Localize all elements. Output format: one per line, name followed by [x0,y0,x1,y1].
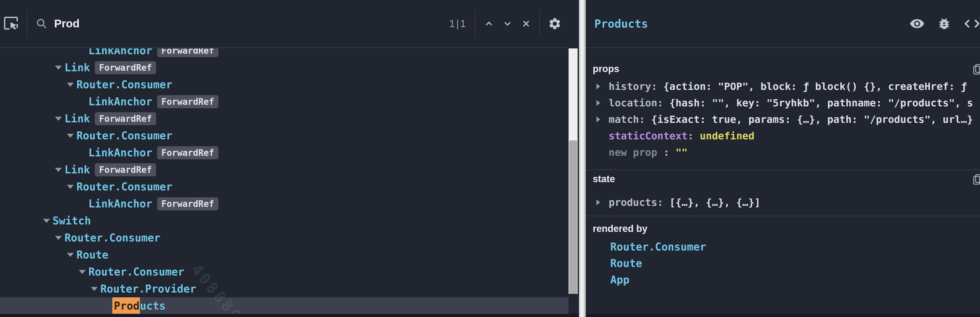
prop-key: history [609,80,651,92]
tree-row-router-consumer[interactable]: Router.Consumer [0,178,569,195]
close-icon [521,18,531,29]
value-preview: {isExact: true, params: {…}, path: "/pro… [651,114,973,125]
prop-key: staticContext [609,130,687,142]
tree-row-link[interactable]: LinkForwardRef [0,161,569,178]
settings-button[interactable] [548,17,562,30]
clear-search-button[interactable] [521,18,531,29]
copy-icon[interactable] [972,64,980,75]
tree-row-linkanchor[interactable]: LinkAnchorForwardRef [0,144,569,161]
expand-arrow-icon[interactable] [597,100,609,106]
expand-arrow-icon[interactable] [67,185,74,189]
expand-arrow-icon[interactable] [55,236,62,240]
tree-row-linkanchor[interactable]: LinkAnchorForwardRef [0,48,569,59]
rendered-by-route[interactable]: Route [610,255,980,272]
expand-arrow-icon[interactable] [91,287,98,291]
copy-icon[interactable] [972,174,980,186]
key-value-separator: : [687,130,700,142]
rendered-by-section: rendered by Router.ConsumerRouteApp [586,216,980,288]
forwardref-badge: ForwardRef [95,112,156,125]
tree-row-router-consumer[interactable]: Router.Consumer [0,263,569,280]
expand-arrow-icon[interactable] [55,117,62,121]
kv-row-staticcontext[interactable]: staticContext: undefined [597,128,980,144]
component-name: Router.Consumer [76,78,172,91]
component-name: Router.Consumer [76,181,172,193]
tree-row-link[interactable]: LinkForwardRef [0,59,569,76]
tree-row-router-consumer[interactable]: Router.Consumer [0,127,569,144]
expand-arrow-icon[interactable] [67,83,74,87]
key-value-separator: : [639,114,651,125]
value-preview: {action: "POP", block: ƒ block() {}, cre… [663,80,967,92]
scrollbar-thumb[interactable] [569,141,577,294]
expand-arrow-icon[interactable] [55,66,62,70]
tree-row-router-consumer[interactable]: Router.Consumer [0,229,569,246]
tree-row-products[interactable]: Products [0,297,569,314]
kv-row-products[interactable]: products: [{…}, {…}, {…}] [597,194,980,211]
value-preview: {hash: "", key: "5ryhkb", pathname: "/pr… [670,97,973,109]
prop-key: new prop [609,147,657,158]
tree-row-linkanchor[interactable]: LinkAnchorForwardRef [0,93,569,110]
tree-row-router-provider[interactable]: Router.Provider [0,280,569,297]
value-editable[interactable]: undefined [700,130,754,142]
expand-arrow-icon[interactable] [597,117,609,122]
kv-row-new-prop[interactable]: new prop : "" [597,144,980,161]
component-name: Router.Consumer [88,266,184,278]
component-name: LinkAnchor [88,147,152,159]
tree-vertical-scrollbar[interactable] [569,48,578,294]
tree-row-switch[interactable]: Switch [0,212,569,229]
expand-arrow-icon[interactable] [597,83,609,90]
props-section: props history: {action: "POP", block: ƒ … [586,48,980,170]
rendered-by-heading: rendered by [593,223,980,234]
view-source-button[interactable] [964,16,980,31]
value-editable[interactable]: "" [676,147,688,158]
component-name: Link [65,61,90,74]
tree-row-link[interactable]: LinkForwardRef [0,110,569,127]
key-value-separator: : [651,80,663,92]
rendered-by-router-consumer[interactable]: Router.Consumer [610,239,980,255]
inspector-panel: Products [586,0,980,317]
expand-arrow-icon[interactable] [43,219,50,223]
component-search-input[interactable] [54,17,449,30]
forwardref-badge: ForwardRef [157,197,218,210]
expand-arrow-icon[interactable] [597,199,609,205]
tree-row-linkanchor[interactable]: LinkAnchorForwardRef [0,195,569,212]
forwardref-badge: ForwardRef [157,95,218,108]
value-preview: [{…}, {…}, {…}] [670,197,760,208]
components-toolbar: 1|1 [0,0,569,48]
kv-row-history[interactable]: history: {action: "POP", block: ƒ block(… [597,78,980,94]
key-value-separator: : [657,147,676,158]
rendered-by-app[interactable]: App [610,272,980,288]
previous-result-button[interactable] [484,18,494,29]
component-name: Link [65,163,90,176]
tree-row-route[interactable]: Route [0,246,569,263]
search-result-count: 1|1 [449,18,467,29]
toolbar-separator [475,10,476,37]
code-brackets-icon [964,16,980,31]
key-value-separator: : [657,197,670,208]
expand-arrow-icon[interactable] [55,168,62,172]
component-name: Router.Consumer [76,130,172,142]
panel-resize-divider[interactable] [579,0,586,317]
state-section: state products: [{…}, {…}, {…}] [586,170,980,216]
log-component-button[interactable] [937,16,951,31]
expand-arrow-icon[interactable] [79,270,86,274]
inspect-dom-button[interactable] [909,16,925,31]
inspect-element-button[interactable] [4,16,19,31]
kv-row-location[interactable]: location: {hash: "", key: "5ryhkb", path… [597,94,980,111]
prop-key: match [609,114,639,125]
prop-key: location [609,97,657,109]
component-name: LinkAnchor [88,48,152,57]
next-result-button[interactable] [502,18,513,29]
react-devtools-components-panel: 1|1 [0,0,980,317]
expand-arrow-icon[interactable] [67,134,74,138]
eye-icon [909,16,925,31]
forwardref-badge: ForwardRef [95,61,156,74]
component-name: Link [65,112,90,125]
expand-arrow-icon[interactable] [67,253,74,257]
component-name: LinkAnchor [88,198,152,210]
tree-row-router-consumer[interactable]: Router.Consumer [0,76,569,93]
key-value-separator: : [657,97,670,109]
kv-row-match[interactable]: match: {isExact: true, params: {…}, path… [597,111,980,128]
component-name: LinkAnchor [88,96,152,108]
props-heading: props [593,63,980,74]
component-name: Router.Consumer [65,232,160,244]
